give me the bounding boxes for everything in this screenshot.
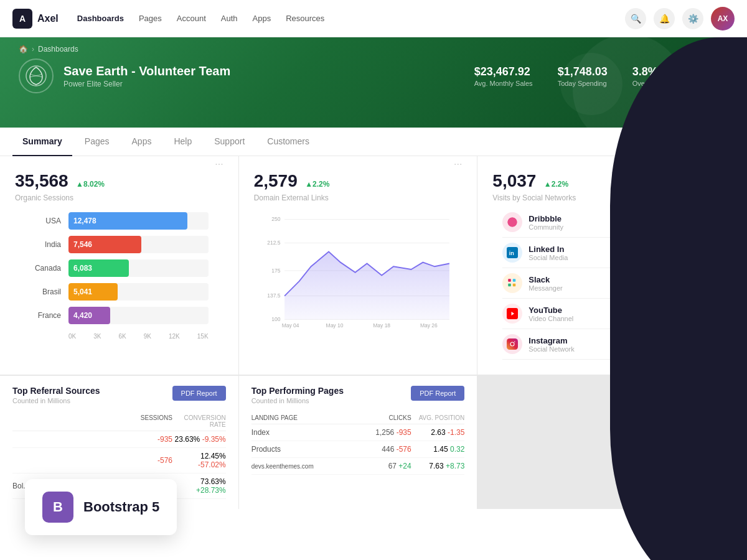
metric-domain-label: Domain External Links <box>254 194 463 202</box>
bar-country-brasil: Brasil <box>30 287 61 296</box>
referral-conv-3: 73.63% +28.73% <box>172 477 226 495</box>
tab-apps[interactable]: Apps <box>122 128 162 156</box>
metric-organic-value: 35,568 <box>15 171 68 190</box>
header-source <box>12 414 119 428</box>
metric-domain-more[interactable]: ··· <box>454 159 462 170</box>
bar-value-brasil: 5,041 <box>73 287 92 296</box>
top-pages-header: LANDING PAGE CLICKS AVG. POSITION <box>251 412 465 424</box>
axis-9k: 9K <box>144 333 151 340</box>
top-pages-pdf-button[interactable]: PDF Report <box>411 386 464 401</box>
tab-help[interactable]: Help <box>164 128 202 156</box>
dribbble-type: Community <box>529 223 563 231</box>
metric-organic-more[interactable]: ··· <box>215 159 223 170</box>
axis-12k: 12K <box>169 333 180 340</box>
nav-resources[interactable]: Resources <box>286 11 324 26</box>
brand[interactable]: A Axel <box>12 9 59 29</box>
nav-apps[interactable]: Apps <box>253 11 271 26</box>
metric-social-change: ▲2.2% <box>544 180 568 189</box>
nav-account[interactable]: Account <box>177 11 206 26</box>
notifications-icon[interactable]: 🔔 <box>654 8 675 29</box>
svg-text:250: 250 <box>271 216 280 222</box>
line-chart-container: 250 212.5 175 137.5 100 <box>254 202 463 339</box>
bar-track-brasil: 5,041 <box>68 283 209 301</box>
bar-value-usa: 12,478 <box>73 217 96 225</box>
linkedin-type: Social Media <box>529 254 568 261</box>
pages-row-3: devs.keenthemes.com 67 +24 7.63 +8.73 <box>251 458 465 475</box>
home-icon: 🏠 <box>19 45 28 54</box>
tab-bar: Summary Pages Apps Help Support Customer… <box>0 128 716 156</box>
hero-logo <box>19 58 54 93</box>
search-icon[interactable]: 🔍 <box>625 8 646 29</box>
nav-dashboards[interactable]: Dashboards <box>77 11 124 26</box>
axis-0k: 0K <box>68 333 76 340</box>
referral-sessions-2: -576 <box>119 456 172 465</box>
nav-auth[interactable]: Auth <box>221 11 238 26</box>
settings-icon[interactable]: ⚙️ <box>682 8 703 29</box>
instagram-icon <box>502 334 522 354</box>
line-chart: 250 212.5 175 137.5 100 <box>264 207 453 332</box>
tab-support[interactable]: Support <box>204 128 255 156</box>
bar-value-india: 7,546 <box>73 240 92 249</box>
metric-organic-change: ▲8.02% <box>76 180 105 189</box>
promo-overlay: B Bootstrap 5 <box>25 479 177 535</box>
svg-text:May 26: May 26 <box>420 322 438 329</box>
metric-social-value: 5,037 <box>492 171 536 190</box>
page-name-3: devs.keenthemes.com <box>251 463 358 470</box>
header-clicks: CLICKS <box>358 414 411 421</box>
bar-track-india: 7,546 <box>68 236 209 253</box>
bar-track-usa: 12,478 <box>68 212 209 230</box>
metric-domain-change: ▲2.2% <box>305 180 329 189</box>
header-avg-position: AVG. POSITION <box>411 414 465 421</box>
svg-rect-20 <box>509 284 512 287</box>
nav-pages[interactable]: Pages <box>139 11 162 26</box>
svg-text:212.5: 212.5 <box>267 240 281 246</box>
hero-stat-monthly-sales: $23,467.92 Avg. Monthly Sales <box>474 65 533 87</box>
slack-info: Slack Messanger <box>529 275 562 292</box>
referral-pdf-button[interactable]: PDF Report <box>172 386 226 401</box>
hero-org-name: Save Earth - Volunteer Team <box>63 64 230 78</box>
bar-value-canada: 6,083 <box>73 264 92 273</box>
page-name-2: Products <box>251 445 358 454</box>
tab-customers[interactable]: Customers <box>257 128 319 156</box>
linkedin-name: Linked In <box>529 245 568 254</box>
hero-decoration-2 <box>560 53 622 115</box>
tab-pages[interactable]: Pages <box>75 128 120 156</box>
referral-row-2: -576 12.45% -57.02% <box>12 448 226 474</box>
slack-name: Slack <box>529 275 562 284</box>
bar-country-usa: USA <box>30 217 61 225</box>
svg-text:May 04: May 04 <box>281 322 299 329</box>
promo-icon: B <box>42 492 73 523</box>
svg-text:May 10: May 10 <box>326 322 343 329</box>
bar-row-india: India 7,546 <box>30 236 209 253</box>
dribbble-icon <box>502 212 522 232</box>
page-pos-3: 7.63 +8.73 <box>411 462 465 470</box>
slack-type: Messanger <box>529 284 562 292</box>
referral-row-1: -935 23.63% -9.35% <box>12 431 226 448</box>
page-pos-2: 1.45 0.32 <box>411 445 465 454</box>
breadcrumb-current: Dashboards <box>38 45 78 54</box>
header-sessions: SESSIONS <box>119 414 172 428</box>
bar-fill-usa: 12,478 <box>68 212 187 230</box>
linkedin-icon: in <box>502 243 522 263</box>
svg-text:in: in <box>509 250 514 256</box>
avatar[interactable]: AX <box>711 7 735 30</box>
bar-country-canada: Canada <box>30 264 61 273</box>
axis-15k: 15K <box>197 333 209 340</box>
metric-organic-label: Organic Sessions <box>15 194 223 202</box>
tab-summary[interactable]: Summary <box>12 128 72 156</box>
dribbble-info: Dribbble Community <box>529 214 563 231</box>
referral-conv-2: 12.45% -57.02% <box>172 452 226 469</box>
pages-row-1: Index 1,256 -935 2.63 -1.35 <box>251 424 465 441</box>
bar-fill-france: 4,420 <box>68 307 110 324</box>
axis-3k: 3K <box>93 333 101 340</box>
youtube-name: YouTube <box>529 306 573 315</box>
instagram-info: Instagram Social Network <box>529 336 574 353</box>
bar-fill-india: 7,546 <box>68 236 141 253</box>
header-conv-rate: CONVERSION RATE <box>172 414 226 428</box>
bar-chart: USA 12,478 India 7,546 <box>15 202 223 350</box>
bar-row-canada: Canada 6,083 <box>30 259 209 277</box>
linkedin-info: Linked In Social Media <box>529 245 568 261</box>
promo-text: Bootstrap 5 <box>83 499 159 515</box>
svg-text:175: 175 <box>271 268 280 274</box>
page-clicks-2: 446 -576 <box>358 445 411 454</box>
